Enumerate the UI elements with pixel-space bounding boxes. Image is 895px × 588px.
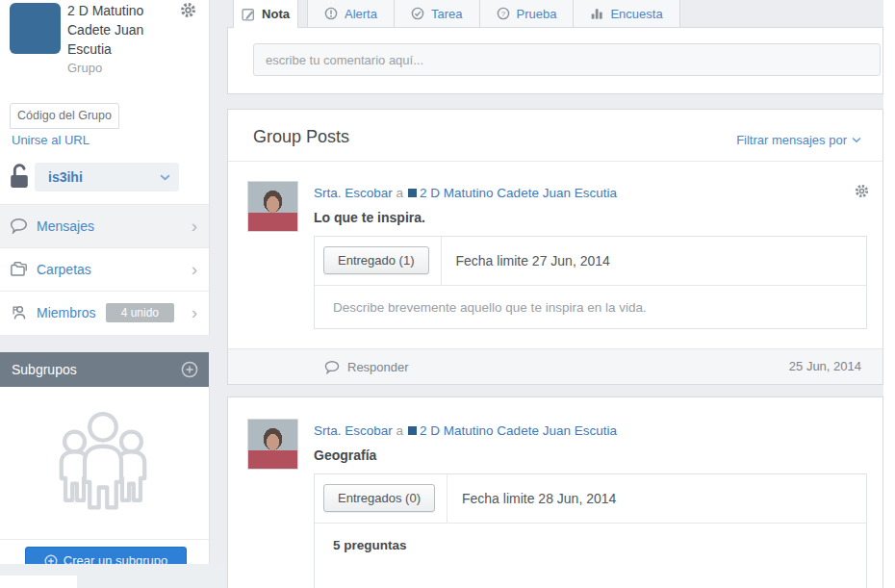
group-page: 2 D Matutino Cadete Juan Escutia Grupo C… [0,0,895,588]
post-date: 25 Jun, 2014 [789,349,861,384]
assignment-box: Entregado (1) Fecha limite 27 Jun, 2014 … [314,236,867,329]
sidebar-item-carpetas[interactable]: Carpetas › [0,247,209,292]
filter-label: Filtrar mensajes por [736,133,847,147]
sidebar-item-miembros[interactable]: Miembros 4 unido › [0,291,209,335]
avatar[interactable] [247,181,298,232]
task-icon [411,7,424,20]
chevron-down-icon [160,174,170,181]
post-title: Lo que te inspira. [314,210,425,225]
note-icon [242,8,255,21]
post-header: Srta. Escobar a2 D Matutino Cadete Juan … [314,186,617,200]
post-footer: Responder 25 Jun, 2014 [228,348,882,384]
group-code-dropdown[interactable]: is3ihi [35,163,179,192]
tab-nota[interactable]: Nota [233,0,298,28]
due-date-label: Fecha limite 28 Jun, 2014 [448,474,616,523]
group-type-label: Grupo [67,61,102,75]
divider [0,539,209,540]
subgroups-panel: Crear un subgrupo [0,387,210,575]
add-subgroup-icon[interactable] [181,361,198,378]
poll-icon [590,7,603,20]
turned-in-button[interactable]: Entregados (0) [323,484,435,512]
post-title: Geografía [314,447,376,463]
subgroups-title: Subgrupos [12,352,77,387]
sidebar-item-mensajes[interactable]: Mensajes › [0,204,209,248]
alert-icon [324,7,338,20]
comment-input[interactable] [253,43,881,76]
post-author-link[interactable]: Srta. Escobar [314,423,393,438]
post-options-gear-icon[interactable] [855,184,869,198]
unlocked-padlock-icon [8,162,32,190]
tab-tarea[interactable]: Tarea [395,0,480,27]
group-code-value: is3ihi [48,163,83,192]
tab-label: Alerta [345,7,377,21]
chevron-right-icon: › [192,205,197,246]
sidebar-group-panel: 2 D Matutino Cadete Juan Escutia Grupo C… [0,0,210,335]
people-group-illustration [48,406,158,514]
group-square-icon [408,426,417,435]
quiz-question-count: 5 preguntas [315,524,866,566]
composer-tab-bar: Alerta Tarea ? Prueba Encuesta [307,0,680,27]
post-connector: a [396,423,404,438]
group-avatar [10,3,61,54]
members-count-badge: 4 unido [106,303,174,322]
subgroups-header: Subgrupos [0,352,209,387]
group-code-tab[interactable]: Código del Grupo [10,103,119,129]
chevron-right-icon: › [192,292,197,333]
sidebar-item-label: Carpetas [37,248,91,292]
due-date-label: Fecha limite 27 Jun, 2014 [442,237,610,285]
members-icon [10,304,28,320]
join-url-link[interactable]: Unirse al URL [12,133,90,147]
reply-label: Responder [347,360,409,374]
post-connector: a [396,186,404,200]
speech-bubble-icon [324,360,340,374]
assignment-box: Entregados (0) Fecha limite 28 Jun, 2014… [314,473,867,588]
filter-posts-dropdown[interactable]: Filtrar mensajes por [736,133,861,147]
assignment-description: Describe brevemente aquello que te inspi… [315,286,866,328]
group-title: 2 D Matutino Cadete Juan Escutia [67,1,181,59]
post-card: Srta. Escobar a2 D Matutino Cadete Juan … [227,396,883,588]
tab-label: Nota [262,7,290,21]
chevron-right-icon: › [192,248,197,290]
folder-icon [10,261,28,277]
sidebar-item-label: Mensajes [37,205,94,248]
avatar[interactable] [247,419,298,470]
post-header: Srta. Escobar a2 D Matutino Cadete Juan … [314,423,617,438]
assignment-row: Entregados (0) Fecha limite 28 Jun, 2014 [315,474,866,524]
group-settings-gear-icon[interactable] [180,2,196,18]
svg-text:?: ? [500,10,505,18]
tab-encuesta[interactable]: Encuesta [574,0,679,27]
assignment-row: Entregado (1) Fecha limite 27 Jun, 2014 [315,237,866,286]
bottom-overlay [0,575,77,588]
tab-prueba[interactable]: ? Prueba [480,0,575,27]
tab-label: Prueba [517,7,557,21]
feed-title: Group Posts [253,127,349,147]
composer-card [227,27,883,94]
tab-alerta[interactable]: Alerta [307,0,395,27]
tab-label: Tarea [431,7,463,21]
chevron-down-icon [852,137,861,143]
group-posts-card: Group Posts Filtrar mensajes por Srta. E… [227,109,883,385]
reply-button[interactable]: Responder [324,349,409,384]
speech-bubble-icon [10,217,28,234]
divider [228,161,882,162]
sidebar-item-label: Miembros [37,292,95,335]
post-group-link[interactable]: 2 D Matutino Cadete Juan Escutia [420,423,617,438]
turned-in-button[interactable]: Entregado (1) [323,246,429,274]
post-author-link[interactable]: Srta. Escobar [314,186,393,200]
page-right-margin [883,0,895,588]
quiz-icon: ? [497,7,510,20]
tab-label: Encuesta [610,7,662,21]
group-square-icon [408,189,417,197]
post-group-link[interactable]: 2 D Matutino Cadete Juan Escutia [420,186,617,200]
